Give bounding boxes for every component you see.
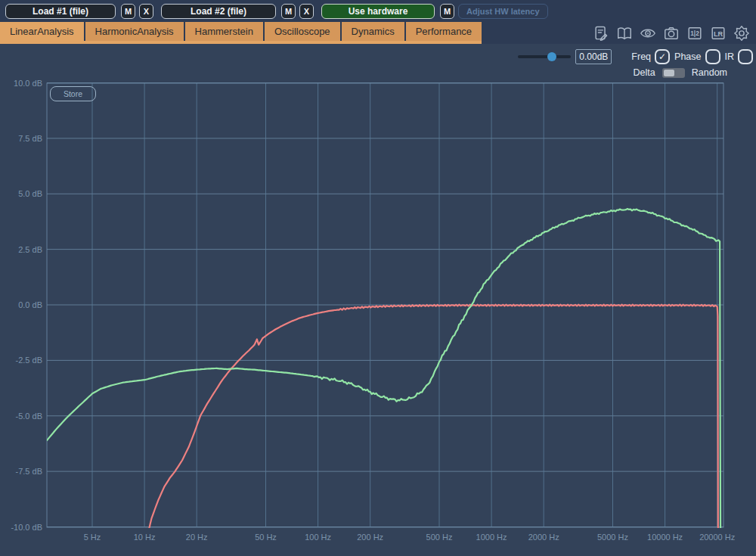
mute-1-button[interactable]: M xyxy=(121,4,135,19)
freq-label: Freq xyxy=(631,51,651,62)
ir-label: IR xyxy=(725,51,735,62)
ir-checkbox[interactable] xyxy=(738,49,753,64)
y-tick-label: -2.5 dB xyxy=(16,356,42,365)
settings-gear-icon[interactable] xyxy=(733,25,750,42)
load-1-button[interactable]: Load #1 (file) xyxy=(5,4,116,19)
tab-bar: LinearAnalysisHarmonicAnalysisHammerstei… xyxy=(0,22,756,44)
display-controls-row: 0.00dB Freq✓PhaseIR xyxy=(518,48,753,65)
eye-icon[interactable] xyxy=(640,25,656,42)
close-1-button[interactable]: X xyxy=(139,4,153,19)
green-curve-response xyxy=(47,209,720,540)
top-toolbar: Load #1 (file) M X Load #2 (file) M X Us… xyxy=(0,0,756,22)
freq-checkbox[interactable]: ✓ xyxy=(655,49,670,64)
x-tick-label: 200 Hz xyxy=(357,533,383,542)
gain-value-field[interactable]: 0.00dB xyxy=(575,49,612,64)
x-tick-label: 1000 Hz xyxy=(476,533,507,542)
y-tick-label: 5.0 dB xyxy=(18,189,42,198)
y-tick-label: -10.0 dB xyxy=(11,523,42,532)
x-tick-label: 100 Hz xyxy=(305,533,331,542)
x-tick-label: 20000 Hz xyxy=(699,533,735,542)
tab-linearanalysis[interactable]: LinearAnalysis xyxy=(0,22,84,41)
red-curve-highpass xyxy=(147,305,718,540)
x-tick-label: 5000 Hz xyxy=(597,533,628,542)
mute-hardware-button[interactable]: M xyxy=(440,4,454,19)
toolbar-icon-row: 1|2LR xyxy=(593,22,750,44)
x-tick-label: 500 Hz xyxy=(426,533,453,542)
curves-group xyxy=(47,209,720,540)
tab-performance[interactable]: Performance xyxy=(406,22,482,41)
delta-random-toggle[interactable] xyxy=(662,68,685,78)
y-tick-label: -7.5 dB xyxy=(16,467,42,476)
phase-label: Phase xyxy=(674,51,701,62)
x-tick-label: 10 Hz xyxy=(134,533,156,542)
mute-2-button[interactable]: M xyxy=(281,4,296,19)
svg-text:1|2: 1|2 xyxy=(690,30,699,37)
store-button[interactable]: Store xyxy=(50,86,96,101)
use-hardware-button[interactable]: Use hardware xyxy=(321,4,435,19)
adjust-hw-latency-button[interactable]: Adjust HW latency xyxy=(458,4,548,19)
x-tick-label: 5 Hz xyxy=(84,533,101,542)
y-tick-label: 10.0 dB xyxy=(14,79,42,88)
snapshot-camera-icon[interactable] xyxy=(663,25,680,42)
x-tick-label: 20 Hz xyxy=(186,533,208,542)
manual-book-icon[interactable] xyxy=(616,25,633,42)
y-tick-label: 7.5 dB xyxy=(18,134,42,143)
delta-random-toggle-knob[interactable] xyxy=(664,70,674,76)
tab-hammerstein[interactable]: Hammerstein xyxy=(185,22,263,41)
channel-lr-icon[interactable]: LR xyxy=(710,25,727,42)
delta-random-row: Delta Random xyxy=(634,67,727,78)
y-tick-label: 2.5 dB xyxy=(18,245,42,254)
channel-12-icon[interactable]: 1|2 xyxy=(686,25,703,42)
y-tick-label: -5.0 dB xyxy=(16,412,42,421)
close-2-button[interactable]: X xyxy=(299,4,314,19)
delta-label: Delta xyxy=(634,67,655,78)
frequency-response-chart: 10.0 dB7.5 dB5.0 dB2.5 dB0.0 dB-2.5 dB-5… xyxy=(0,44,756,556)
analysis-chart-region: 10.0 dB7.5 dB5.0 dB2.5 dB0.0 dB-2.5 dB-5… xyxy=(0,44,756,556)
phase-checkbox[interactable] xyxy=(705,49,720,64)
tab-group: LinearAnalysisHarmonicAnalysisHammerstei… xyxy=(0,22,482,44)
random-label: Random xyxy=(692,67,727,78)
tab-harmonicanalysis[interactable]: HarmonicAnalysis xyxy=(85,22,184,41)
tab-oscilloscope[interactable]: Oscilloscope xyxy=(265,22,340,41)
gain-slider[interactable] xyxy=(518,55,571,58)
x-tick-label: 10000 Hz xyxy=(647,533,683,542)
gain-slider-thumb[interactable] xyxy=(547,52,556,61)
report-edit-icon[interactable] xyxy=(593,25,609,42)
tab-dynamics[interactable]: Dynamics xyxy=(342,22,404,41)
svg-text:LR: LR xyxy=(714,30,723,37)
load-2-button[interactable]: Load #2 (file) xyxy=(161,4,276,19)
x-tick-label: 2000 Hz xyxy=(528,533,559,542)
y-tick-label: 0.0 dB xyxy=(18,300,42,309)
x-tick-label: 50 Hz xyxy=(255,533,277,542)
